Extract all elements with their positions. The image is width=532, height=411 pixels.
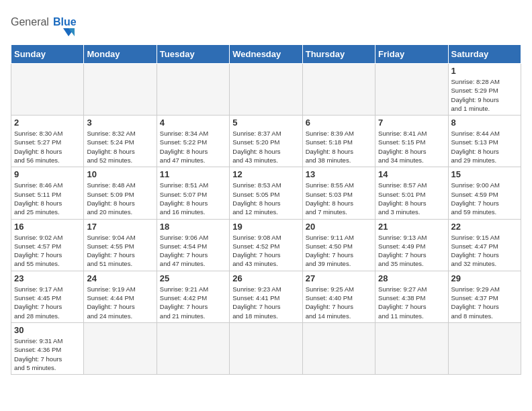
day-header-monday: Monday bbox=[84, 45, 157, 64]
day-number: 1 bbox=[451, 66, 518, 76]
day-info: Sunrise: 9:27 AM Sunset: 4:38 PM Dayligh… bbox=[378, 285, 445, 320]
day-number: 22 bbox=[451, 222, 518, 232]
calendar-cell: 29Sunrise: 9:29 AM Sunset: 4:37 PM Dayli… bbox=[448, 271, 521, 322]
day-header-tuesday: Tuesday bbox=[157, 45, 229, 64]
day-header-wednesday: Wednesday bbox=[230, 45, 302, 64]
day-info: Sunrise: 9:13 AM Sunset: 4:49 PM Dayligh… bbox=[378, 233, 445, 269]
calendar-table: SundayMondayTuesdayWednesdayThursdayFrid… bbox=[11, 44, 521, 375]
calendar-cell bbox=[230, 322, 302, 374]
calendar-cell: 8Sunrise: 8:44 AM Sunset: 5:13 PM Daylig… bbox=[448, 116, 521, 167]
calendar-week-row: 23Sunrise: 9:17 AM Sunset: 4:45 PM Dayli… bbox=[11, 271, 521, 322]
day-number: 19 bbox=[232, 222, 299, 232]
day-info: Sunrise: 8:57 AM Sunset: 5:01 PM Dayligh… bbox=[378, 181, 445, 216]
day-number: 26 bbox=[232, 273, 299, 283]
day-info: Sunrise: 8:53 AM Sunset: 5:05 PM Dayligh… bbox=[232, 181, 299, 216]
day-number: 5 bbox=[232, 118, 299, 128]
day-number: 21 bbox=[378, 222, 445, 232]
calendar-cell bbox=[375, 322, 448, 374]
day-info: Sunrise: 8:34 AM Sunset: 5:22 PM Dayligh… bbox=[160, 129, 226, 165]
day-info: Sunrise: 8:48 AM Sunset: 5:09 PM Dayligh… bbox=[87, 181, 153, 216]
day-info: Sunrise: 9:29 AM Sunset: 4:37 PM Dayligh… bbox=[451, 285, 518, 320]
calendar-week-row: 9Sunrise: 8:46 AM Sunset: 5:11 PM Daylig… bbox=[11, 167, 521, 219]
day-number: 3 bbox=[87, 118, 153, 128]
calendar-cell: 19Sunrise: 9:08 AM Sunset: 4:52 PM Dayli… bbox=[230, 219, 302, 271]
calendar-cell bbox=[84, 322, 157, 374]
calendar-cell bbox=[157, 64, 229, 116]
calendar-cell: 24Sunrise: 9:19 AM Sunset: 4:44 PM Dayli… bbox=[84, 271, 157, 322]
day-info: Sunrise: 8:32 AM Sunset: 5:24 PM Dayligh… bbox=[87, 129, 153, 165]
day-number: 10 bbox=[87, 169, 153, 179]
calendar-cell: 16Sunrise: 9:02 AM Sunset: 4:57 PM Dayli… bbox=[11, 219, 84, 271]
calendar-cell bbox=[448, 322, 521, 374]
day-number: 7 bbox=[378, 118, 445, 128]
calendar-week-row: 1Sunrise: 8:28 AM Sunset: 5:29 PM Daylig… bbox=[11, 64, 521, 116]
calendar-cell: 7Sunrise: 8:41 AM Sunset: 5:15 PM Daylig… bbox=[375, 116, 448, 167]
day-number: 14 bbox=[378, 169, 445, 179]
calendar-cell: 22Sunrise: 9:15 AM Sunset: 4:47 PM Dayli… bbox=[448, 219, 521, 271]
calendar-cell: 11Sunrise: 8:51 AM Sunset: 5:07 PM Dayli… bbox=[157, 167, 229, 219]
calendar-cell: 18Sunrise: 9:06 AM Sunset: 4:54 PM Dayli… bbox=[157, 219, 229, 271]
day-info: Sunrise: 8:28 AM Sunset: 5:29 PM Dayligh… bbox=[451, 77, 518, 113]
day-info: Sunrise: 9:02 AM Sunset: 4:57 PM Dayligh… bbox=[14, 233, 81, 269]
day-number: 20 bbox=[306, 222, 372, 232]
day-info: Sunrise: 8:30 AM Sunset: 5:27 PM Dayligh… bbox=[14, 129, 81, 165]
day-number: 12 bbox=[232, 169, 299, 179]
day-number: 23 bbox=[14, 273, 81, 283]
day-number: 6 bbox=[306, 118, 372, 128]
calendar-header-row: SundayMondayTuesdayWednesdayThursdayFrid… bbox=[11, 45, 521, 64]
calendar-cell: 5Sunrise: 8:37 AM Sunset: 5:20 PM Daylig… bbox=[230, 116, 302, 167]
calendar-cell: 20Sunrise: 9:11 AM Sunset: 4:50 PM Dayli… bbox=[302, 219, 375, 271]
calendar-week-row: 2Sunrise: 8:30 AM Sunset: 5:27 PM Daylig… bbox=[11, 116, 521, 167]
day-number: 30 bbox=[14, 325, 81, 335]
day-header-thursday: Thursday bbox=[302, 45, 375, 64]
day-number: 17 bbox=[87, 222, 153, 232]
day-info: Sunrise: 9:04 AM Sunset: 4:55 PM Dayligh… bbox=[87, 233, 153, 269]
calendar-week-row: 16Sunrise: 9:02 AM Sunset: 4:57 PM Dayli… bbox=[11, 219, 521, 271]
day-number: 2 bbox=[14, 118, 81, 128]
svg-text:Blue: Blue bbox=[53, 16, 77, 28]
calendar-cell: 4Sunrise: 8:34 AM Sunset: 5:22 PM Daylig… bbox=[157, 116, 229, 167]
calendar-cell: 14Sunrise: 8:57 AM Sunset: 5:01 PM Dayli… bbox=[375, 167, 448, 219]
day-number: 28 bbox=[378, 273, 445, 283]
day-info: Sunrise: 9:31 AM Sunset: 4:36 PM Dayligh… bbox=[14, 336, 81, 372]
calendar-cell: 6Sunrise: 8:39 AM Sunset: 5:18 PM Daylig… bbox=[302, 116, 375, 167]
calendar-cell: 1Sunrise: 8:28 AM Sunset: 5:29 PM Daylig… bbox=[448, 64, 521, 116]
calendar-cell: 2Sunrise: 8:30 AM Sunset: 5:27 PM Daylig… bbox=[11, 116, 84, 167]
calendar-cell: 12Sunrise: 8:53 AM Sunset: 5:05 PM Dayli… bbox=[230, 167, 302, 219]
day-number: 27 bbox=[306, 273, 372, 283]
day-header-saturday: Saturday bbox=[448, 45, 521, 64]
header: General Blue bbox=[11, 11, 521, 39]
day-number: 15 bbox=[451, 169, 518, 179]
calendar-week-row: 30Sunrise: 9:31 AM Sunset: 4:36 PM Dayli… bbox=[11, 322, 521, 374]
calendar-cell: 21Sunrise: 9:13 AM Sunset: 4:49 PM Dayli… bbox=[375, 219, 448, 271]
day-number: 18 bbox=[160, 222, 226, 232]
day-header-sunday: Sunday bbox=[11, 45, 84, 64]
day-number: 16 bbox=[14, 222, 81, 232]
calendar-cell: 27Sunrise: 9:25 AM Sunset: 4:40 PM Dayli… bbox=[302, 271, 375, 322]
calendar-cell bbox=[84, 64, 157, 116]
day-info: Sunrise: 8:46 AM Sunset: 5:11 PM Dayligh… bbox=[14, 181, 81, 216]
logo: General Blue bbox=[11, 11, 85, 39]
calendar-cell bbox=[302, 64, 375, 116]
day-info: Sunrise: 8:51 AM Sunset: 5:07 PM Dayligh… bbox=[160, 181, 226, 216]
day-info: Sunrise: 8:55 AM Sunset: 5:03 PM Dayligh… bbox=[306, 181, 372, 216]
day-info: Sunrise: 8:41 AM Sunset: 5:15 PM Dayligh… bbox=[378, 129, 445, 165]
day-info: Sunrise: 8:37 AM Sunset: 5:20 PM Dayligh… bbox=[232, 129, 299, 165]
day-info: Sunrise: 9:19 AM Sunset: 4:44 PM Dayligh… bbox=[87, 285, 153, 320]
calendar-cell: 9Sunrise: 8:46 AM Sunset: 5:11 PM Daylig… bbox=[11, 167, 84, 219]
day-number: 11 bbox=[160, 169, 226, 179]
day-info: Sunrise: 8:44 AM Sunset: 5:13 PM Dayligh… bbox=[451, 129, 518, 165]
day-number: 29 bbox=[451, 273, 518, 283]
calendar-cell bbox=[375, 64, 448, 116]
calendar-cell: 26Sunrise: 9:23 AM Sunset: 4:41 PM Dayli… bbox=[230, 271, 302, 322]
calendar-cell: 3Sunrise: 8:32 AM Sunset: 5:24 PM Daylig… bbox=[84, 116, 157, 167]
day-info: Sunrise: 9:06 AM Sunset: 4:54 PM Dayligh… bbox=[160, 233, 226, 269]
day-info: Sunrise: 9:00 AM Sunset: 4:59 PM Dayligh… bbox=[451, 181, 518, 216]
day-header-friday: Friday bbox=[375, 45, 448, 64]
calendar-cell bbox=[230, 64, 302, 116]
calendar-cell: 13Sunrise: 8:55 AM Sunset: 5:03 PM Dayli… bbox=[302, 167, 375, 219]
day-number: 9 bbox=[14, 169, 81, 179]
calendar-cell: 10Sunrise: 8:48 AM Sunset: 5:09 PM Dayli… bbox=[84, 167, 157, 219]
day-number: 8 bbox=[451, 118, 518, 128]
day-number: 24 bbox=[87, 273, 153, 283]
